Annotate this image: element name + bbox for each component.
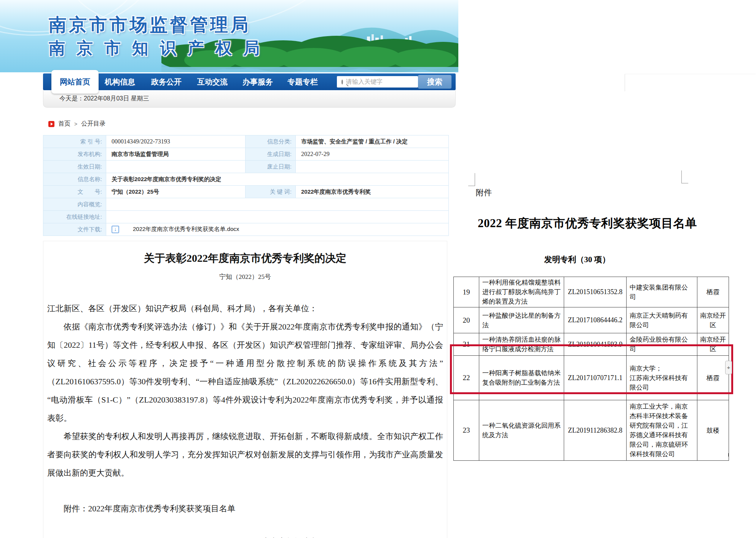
- patent-row-23: 23 一种二氧化硫资源化回用系统及方法 ZL201911286382.8 南京工…: [454, 400, 729, 461]
- table-row: 生效日期: 废止日期:: [43, 161, 449, 173]
- meta-value: 2022-07-29: [296, 148, 449, 161]
- document-article: 关于表彰2022年度南京市优秀专利奖的决定 宁知（2022）25号 江北新区、各…: [43, 241, 447, 538]
- meta-value: [106, 161, 246, 173]
- meta-label: 生效日期:: [43, 161, 106, 173]
- table-row: 索 引 号: 000014349/2022-73193 信息分类: 市场监管、安…: [43, 135, 449, 148]
- patent-number: ZL201911286382.8: [564, 400, 627, 461]
- meta-value: 000014349/2022-73193: [106, 135, 246, 148]
- breadcrumb-separator: >: [74, 121, 77, 127]
- table-cutoff-border: [626, 453, 627, 457]
- table-cutoff-border: [697, 453, 697, 457]
- meta-label: 发布机构:: [43, 148, 106, 161]
- patent-owner: 中建安装集团有限公司: [627, 277, 697, 307]
- search-box: [337, 76, 418, 88]
- table-cutoff-border: [564, 453, 564, 457]
- meta-label: 文 号:: [43, 186, 106, 198]
- patent-number: ZL201510651352.8: [564, 277, 627, 307]
- site-banner: 南京市市场监督管理局 南 京 市 知 识 产 权 局: [0, 0, 458, 72]
- page-margin-mark-right: [681, 170, 688, 183]
- overlay-edge-artifact: [625, 74, 625, 91]
- patent-district: 南京经开区: [697, 307, 729, 333]
- patent-owner: 南京工业大学，南京杰科丰环保技术装备研究院有限公司，江苏德义通环保科技有限公司，…: [627, 400, 697, 461]
- patent-owner: 南京正大天晴制药有限公司: [627, 307, 697, 333]
- table-row: 发布机构: 南京市市场监督管理局 生成日期: 2022-07-29: [43, 148, 449, 161]
- nav-item-home[interactable]: 网站首页: [51, 70, 99, 94]
- meta-value: 2022年度南京市优秀专利奖: [296, 186, 449, 198]
- table-cutoff-border: [728, 453, 729, 457]
- paragraph-hope: 希望获奖的专利权人和发明人再接再厉，继续锐意进取、开拓创新，不断取得新成绩。全市…: [47, 427, 443, 482]
- patent-name: 一种盐酸伊达比星的制备方法: [479, 307, 564, 333]
- meta-label: 关 键 词:: [246, 186, 296, 198]
- page: { "banner": { "org_line1": "南京市市场监督管理局",…: [0, 0, 756, 538]
- attachment-label: 附件: [476, 187, 492, 198]
- patent-name: 一种二氧化硫资源化回用系统及方法: [479, 400, 564, 461]
- main-nav: 网站首页 机构信息 政务公开 互动交流 办事服务 专题专栏 搜索: [43, 73, 456, 90]
- patent-number: ZL201710864446.2: [564, 307, 627, 333]
- patent-district: 鼓楼: [697, 400, 729, 461]
- meta-file-download-cell: 2022年度南京市优秀专利奖获奖名单.docx: [106, 223, 449, 236]
- nav-item-gov-affairs[interactable]: 政务公开: [151, 73, 182, 90]
- search-icon: [341, 80, 343, 84]
- table-row: 信息名称: 关于表彰2022年度南京市优秀专利奖的决定: [43, 173, 449, 186]
- meta-value: [106, 198, 449, 211]
- table-row: 文件下载: 2022年度南京市优秀专利奖获奖名单.docx: [43, 223, 449, 236]
- table-cutoff-border: [453, 453, 454, 457]
- paragraph-decision: 依据《南京市优秀专利奖评选办法（修订）》和《关于开展2022年度南京市优秀专利奖…: [47, 318, 443, 427]
- meta-value: 宁知（2022）25号: [106, 186, 246, 198]
- search-button[interactable]: 搜索: [418, 75, 451, 89]
- download-file-link[interactable]: 2022年度南京市优秀专利奖获奖名单.docx: [133, 226, 239, 232]
- breadcrumb-current: 公开目录: [81, 120, 105, 128]
- expand-plus-button[interactable]: +: [725, 361, 732, 374]
- table-row: 在线链接地址:: [43, 211, 449, 223]
- paragraph-attachment-ref: 附件：2022年度南京市优秀专利奖获奖项目名单: [47, 500, 443, 518]
- nav-item-special-columns[interactable]: 专题专栏: [287, 73, 318, 90]
- patent-index: 20: [454, 307, 479, 333]
- table-cutoff-border: [479, 453, 479, 457]
- page-margin-mark-left: [468, 173, 475, 186]
- search-input[interactable]: [343, 78, 428, 85]
- patent-index: 19: [454, 277, 479, 307]
- nav-item-org-info[interactable]: 机构信息: [105, 73, 135, 90]
- table-row: 文 号: 宁知（2022）25号 关 键 词: 2022年度南京市优秀专利奖: [43, 186, 449, 198]
- meta-label: 内容概览:: [43, 198, 106, 211]
- meta-label: 文件下载:: [43, 223, 106, 236]
- highlight-annotation-box: [450, 344, 733, 394]
- site-logo: 南京市市场监督管理局 南 京 市 知 识 产 权 局: [49, 13, 263, 59]
- breadcrumb: 首页 > 公开目录: [48, 120, 105, 128]
- patent-index: 23: [454, 400, 479, 461]
- meta-label: 信息名称:: [43, 173, 106, 186]
- meta-label: 信息分类:: [246, 135, 296, 148]
- patent-name: 一种利用催化精馏规整填料进行叔丁醇脱水制高纯异丁烯的装置及方法: [479, 277, 564, 307]
- meta-label: 废止日期:: [246, 161, 296, 173]
- breadcrumb-home[interactable]: 首页: [58, 120, 70, 128]
- nav-item-interaction[interactable]: 互动交流: [197, 73, 228, 90]
- meta-value: [296, 161, 449, 173]
- download-icon[interactable]: [112, 226, 119, 233]
- breadcrumb-marker-icon: [48, 121, 54, 127]
- attachment-title: 2022 年度南京市优秀专利奖获奖项目名单: [478, 215, 706, 231]
- patent-row-20: 20 一种盐酸伊达比星的制备方法 ZL201710864446.2 南京正大天晴…: [454, 307, 729, 333]
- signer-name: 南京市知识产权局: [146, 533, 443, 538]
- org-name-line2: 南 京 市 知 识 产 权 局: [49, 38, 263, 59]
- meta-label: 生成日期:: [246, 148, 296, 161]
- signature-block: 南京市知识产权局 2022年7月27日: [47, 533, 443, 538]
- document-body: 江北新区、各区（开发区）知识产权局（科创局、科才局），各有关单位： 依据《南京市…: [43, 299, 447, 538]
- table-row: 内容概览:: [43, 198, 449, 211]
- patent-district: 栖霞: [697, 277, 729, 307]
- meta-label: 在线链接地址:: [43, 211, 106, 223]
- meta-value: 南京市市场监督管理局: [106, 148, 246, 161]
- date-bar: 今天是：2022年08月03日 星期三: [43, 90, 456, 108]
- document-meta-table: 索 引 号: 000014349/2022-73193 信息分类: 市场监管、安…: [43, 135, 449, 236]
- meta-value: [106, 211, 449, 223]
- meta-value: 市场监管、安全生产监管 / 重点工作 / 决定: [296, 135, 449, 148]
- paragraph-salutation: 江北新区、各区（开发区）知识产权局（科创局、科才局），各有关单位：: [47, 299, 443, 318]
- attachment-subtitle: 发明专利（30 项）: [453, 254, 701, 265]
- meta-value: 关于表彰2022年度南京市优秀专利奖的决定: [106, 173, 449, 186]
- patent-row-19: 19 一种利用催化精馏规整填料进行叔丁醇脱水制高纯异丁烯的装置及方法 ZL201…: [454, 277, 729, 307]
- page-title: 关于表彰2022年度南京市优秀专利奖的决定: [43, 251, 447, 266]
- meta-label: 索 引 号:: [43, 135, 106, 148]
- nav-item-services[interactable]: 办事服务: [242, 73, 273, 90]
- org-name-line1: 南京市市场监督管理局: [49, 13, 263, 36]
- overlay-edge-artifact: [625, 74, 756, 74]
- document-number: 宁知（2022）25号: [43, 272, 447, 281]
